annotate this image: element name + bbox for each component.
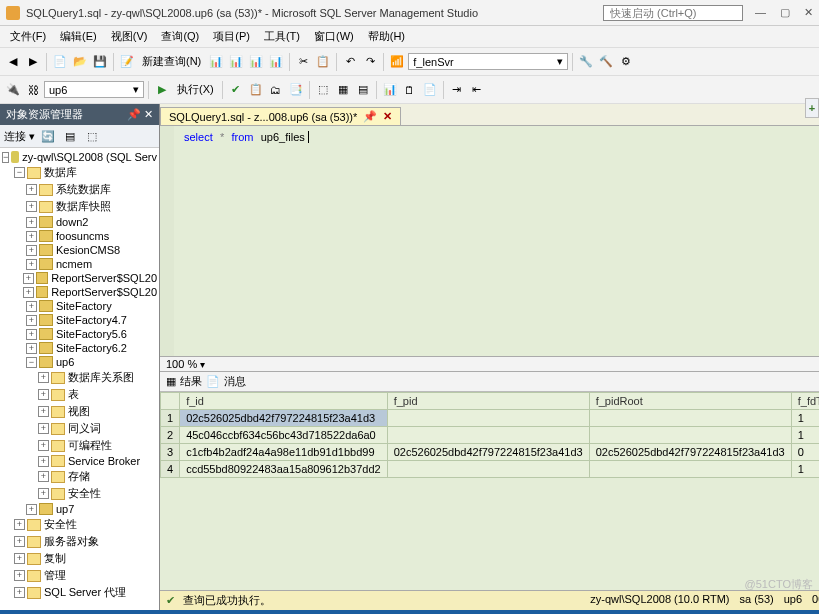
toggle-icon[interactable]: + [26,245,37,256]
toggle-icon[interactable]: + [23,273,33,284]
tree-node[interactable]: +存储 [2,468,157,485]
database-combo[interactable]: up6▾ [44,81,144,98]
tree-node[interactable]: +ncmem [2,257,157,271]
column-header[interactable]: f_pidRoot [589,393,791,410]
tree-node[interactable]: +SQL Server 代理 [2,584,157,601]
close-button[interactable]: ✕ [804,6,813,19]
toggle-icon[interactable]: + [26,184,37,195]
copy-icon[interactable]: 📋 [314,53,332,71]
opt6-icon[interactable]: 🗒 [401,81,419,99]
db-icon[interactable]: 📊 [207,53,225,71]
connect-button[interactable]: 连接 ▾ [4,129,35,144]
tree-node[interactable]: +Service Broker [2,454,157,468]
tree-node[interactable]: +SiteFactory5.6 [2,327,157,341]
menu-help[interactable]: 帮助(H) [362,27,411,46]
redo-icon[interactable]: ↷ [361,53,379,71]
column-header[interactable]: f_fdTask [791,393,819,410]
toggle-icon[interactable]: + [38,456,49,467]
tree-node[interactable]: +数据库快照 [2,198,157,215]
indent-icon[interactable]: ⇥ [448,81,466,99]
toggle-icon[interactable]: + [38,423,49,434]
toggle-icon[interactable]: + [26,301,37,312]
tree-node[interactable]: +ReportServer$SQL20 [2,285,157,299]
plan-icon[interactable]: 🗂 [267,81,285,99]
toggle-icon[interactable]: + [26,315,37,326]
undo-icon[interactable]: ↶ [341,53,359,71]
tree-node[interactable]: +系统数据库 [2,181,157,198]
table-row[interactable]: 4ccd55bd80922483aa15a809612b37dd210 [161,461,820,478]
toggle-icon[interactable]: + [26,343,37,354]
toggle-icon[interactable]: + [26,259,37,270]
tree-node[interactable]: +SiteFactory4.7 [2,313,157,327]
tree-node[interactable]: +SiteFactory6.2 [2,341,157,355]
menu-view[interactable]: 视图(V) [105,27,154,46]
stop-icon[interactable]: ⬚ [83,127,101,145]
opt2-icon[interactable]: ⬚ [314,81,332,99]
toggle-icon[interactable]: + [26,329,37,340]
tree-node[interactable]: +down2 [2,215,157,229]
editor-tab[interactable]: SQLQuery1.sql - z...008.up6 (sa (53))* 📌… [160,107,401,125]
new-query-icon[interactable]: 📝 [118,53,136,71]
tab-pin-icon[interactable]: 📌 [363,110,377,123]
tree-node[interactable]: +表 [2,386,157,403]
tree-node[interactable]: −数据库 [2,164,157,181]
tool3-icon[interactable]: ⚙ [617,53,635,71]
tree-node[interactable]: +foosuncms [2,229,157,243]
outdent-icon[interactable]: ⇤ [468,81,486,99]
toggle-icon[interactable]: + [38,488,49,499]
toggle-icon[interactable]: − [2,152,9,163]
tool1-icon[interactable]: 🔧 [577,53,595,71]
opt7-icon[interactable]: 📄 [421,81,439,99]
toggle-icon[interactable]: + [38,406,49,417]
execute-button[interactable]: 执行(X) [173,80,218,99]
toggle-icon[interactable]: + [23,287,33,298]
toggle-icon[interactable]: + [26,504,37,515]
toggle-icon[interactable]: + [26,217,37,228]
toggle-icon[interactable]: − [14,167,25,178]
menu-window[interactable]: 窗口(W) [308,27,360,46]
toggle-icon[interactable]: + [38,372,49,383]
tree-node[interactable]: +管理 [2,567,157,584]
schema-combo[interactable]: f_lenSvr▾ [408,53,568,70]
check-icon[interactable]: ✔ [227,81,245,99]
table-row[interactable]: 102c526025dbd42f797224815f23a41d310 [161,410,820,427]
opt1-icon[interactable]: 📑 [287,81,305,99]
tree-node[interactable]: +安全性 [2,516,157,533]
refresh-icon[interactable]: 🔄 [39,127,57,145]
column-header[interactable]: f_pid [387,393,589,410]
add-panel-icon[interactable]: + [805,98,819,118]
toggle-icon[interactable]: + [14,570,25,581]
tool2-icon[interactable]: 🔨 [597,53,615,71]
tree-node[interactable]: −up6 [2,355,157,369]
filter-icon[interactable]: ▤ [61,127,79,145]
toggle-icon[interactable]: + [14,519,25,530]
menu-file[interactable]: 文件(F) [4,27,52,46]
db3-icon[interactable]: 📊 [247,53,265,71]
db4-icon[interactable]: 📊 [267,53,285,71]
parse-icon[interactable]: 📋 [247,81,265,99]
toggle-icon[interactable]: + [14,553,25,564]
back-icon[interactable]: ◀ [4,53,22,71]
toggle-icon[interactable]: − [26,357,37,368]
table-row[interactable]: 245c046ccbf634c56bc43d718522da6a010 [161,427,820,444]
tree-node[interactable]: +安全性 [2,485,157,502]
menu-project[interactable]: 项目(P) [207,27,256,46]
tab-results[interactable]: 结果 [180,374,202,389]
toggle-icon[interactable]: + [14,536,25,547]
toggle-icon[interactable]: + [38,471,49,482]
toggle-icon[interactable]: + [26,201,37,212]
toggle-icon[interactable]: + [38,440,49,451]
object-tree[interactable]: −zy-qwl\SQL2008 (SQL Serv−数据库+系统数据库+数据库快… [0,148,159,610]
forward-icon[interactable]: ▶ [24,53,42,71]
tree-node[interactable]: −zy-qwl\SQL2008 (SQL Serv [2,150,157,164]
panel-close-icon[interactable]: ✕ [144,108,153,120]
minimize-button[interactable]: — [755,6,766,19]
tree-node[interactable]: +up7 [2,502,157,516]
tree-node[interactable]: +可编程性 [2,437,157,454]
save-icon[interactable]: 💾 [91,53,109,71]
tree-node[interactable]: +复制 [2,550,157,567]
toggle-icon[interactable]: + [38,389,49,400]
results-grid[interactable]: f_idf_pidf_pidRootf_fdTaskf_fdCh102c5260… [160,392,819,590]
menu-query[interactable]: 查询(Q) [155,27,205,46]
new-file-icon[interactable]: 📄 [51,53,69,71]
